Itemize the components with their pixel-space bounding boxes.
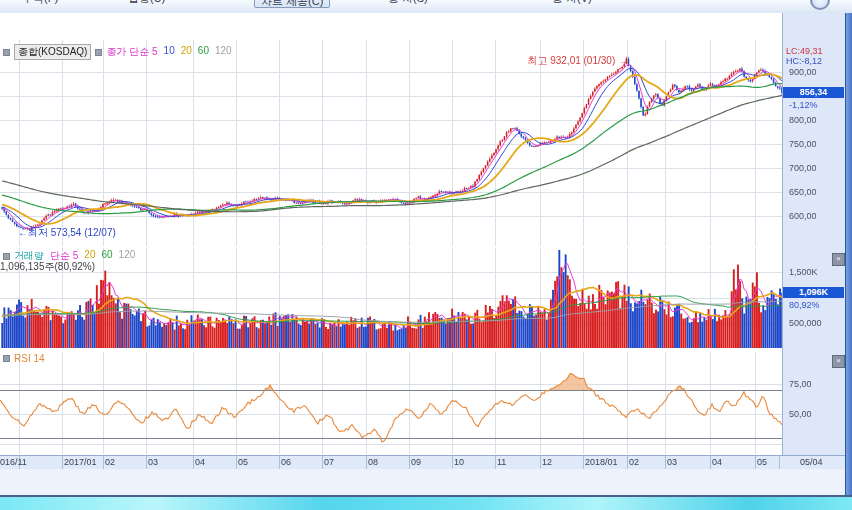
rsi-axis-tick-1: 50,00 [789, 409, 812, 419]
x-axis-tick [779, 456, 780, 469]
volume-axis-tick-0: 1,500K [789, 267, 818, 277]
bottom-blank-strip [0, 469, 852, 495]
window-edge-bar [0, 497, 852, 510]
x-axis-corner-date: 05/04 [800, 457, 823, 467]
price-axis-tick-5: 600,00 [789, 211, 817, 221]
x-axis-tick [103, 456, 104, 469]
toolbar-circle-icon[interactable] [810, 0, 830, 10]
x-axis-label-14: 02 [629, 457, 639, 467]
trading-app-window: 주식(F) 업종(U) 차트 제공(C) 봉 차(S) 봉 차(V) 종합(KO… [0, 0, 852, 510]
volume-axis-tick-1: 500,000 [789, 318, 822, 328]
legend-bullet-icon [95, 49, 102, 56]
x-axis-label-1: 2017/01 [64, 457, 97, 467]
low-annotation: ←최저 573,54 (12/07) [18, 226, 116, 240]
x-axis-tick [409, 456, 410, 469]
x-axis-label-4: 04 [195, 457, 205, 467]
current-volume-pct: 80,92% [789, 300, 820, 310]
price-legend-token-4: 120 [215, 45, 232, 59]
price-legend-token-1: 10 [164, 45, 175, 59]
x-axis-label-7: 07 [324, 457, 334, 467]
volume-panel-close-icon[interactable]: × [832, 253, 845, 266]
rsi-axis-tick-0: 75,00 [789, 379, 812, 389]
price-ma-legend: 종가 단순 5102060120 [106, 45, 231, 59]
x-axis-tick [366, 456, 367, 469]
toolbar-item-4[interactable]: 봉 차(S) [388, 0, 428, 6]
x-axis-tick [279, 456, 280, 469]
x-axis-tick [193, 456, 194, 469]
x-axis-tick [146, 456, 147, 469]
volume-summary: 1,096,135주(80,92%) [0, 260, 95, 274]
x-axis-label-10: 10 [454, 457, 464, 467]
x-axis-label-12: 12 [542, 457, 552, 467]
x-axis-label-0: 2016/11 [0, 457, 27, 467]
price-legend-token-2: 20 [181, 45, 192, 59]
current-price-pct: -1,12% [789, 100, 818, 110]
price-axis-tick-4: 650,00 [789, 187, 817, 197]
price-legend-token-0: 종가 단순 5 [106, 45, 157, 59]
vertical-scrollbar[interactable] [845, 13, 852, 495]
x-axis-label-11: 11 [497, 457, 506, 467]
price-legend-token-3: 60 [198, 45, 209, 59]
x-axis-strip: 2016/112017/0102030405060708091011122018… [0, 455, 845, 470]
x-axis-tick [495, 456, 496, 469]
x-axis-tick [755, 456, 756, 469]
rsi-panel-close-icon[interactable]: × [832, 355, 845, 368]
lc-value: LC:49,31 [786, 46, 823, 56]
x-axis-tick [322, 456, 323, 469]
toolbar-item-3-selected[interactable]: 차트 제공(C) [254, 0, 330, 8]
price-panel-header: 종합(KOSDAQ) 종가 단순 5102060120 [3, 44, 232, 60]
chart-area: 종합(KOSDAQ) 종가 단순 5102060120 최고 932,01 (0… [0, 13, 852, 497]
volume-legend-token-4: 120 [119, 249, 136, 263]
x-axis-label-17: 05 [757, 457, 767, 467]
current-price-badge: 856,34 [783, 87, 844, 98]
x-axis-tick [710, 456, 711, 469]
panel-bullet-icon [3, 355, 10, 362]
x-axis-tick [665, 456, 666, 469]
x-axis-label-5: 05 [238, 457, 248, 467]
toolbar-item-1[interactable]: 주식(F) [22, 0, 58, 6]
x-axis-tick [583, 456, 584, 469]
x-axis-tick [540, 456, 541, 469]
rsi-legend: RSI 14 [14, 353, 45, 364]
price-axis-tick-0: 900,00 [789, 67, 817, 77]
x-axis-label-16: 04 [712, 457, 722, 467]
rsi-panel-header: RSI 14 [3, 353, 45, 364]
price-axis-tick-1: 800,00 [789, 115, 817, 125]
rsi-legend-token-0: RSI 14 [14, 353, 45, 364]
x-axis-label-8: 08 [368, 457, 378, 467]
x-axis-label-6: 06 [281, 457, 291, 467]
x-axis-tick [452, 456, 453, 469]
top-toolbar: 주식(F) 업종(U) 차트 제공(C) 봉 차(S) 봉 차(V) [0, 0, 852, 14]
volume-legend-token-3: 60 [101, 249, 112, 263]
x-axis-tick [62, 456, 63, 469]
x-axis-label-9: 09 [411, 457, 421, 467]
x-axis-label-2: 02 [105, 457, 115, 467]
high-annotation: 최고 932,01 (01/30) → [498, 54, 628, 68]
series-selector-button[interactable]: 종합(KOSDAQ) [14, 44, 91, 60]
x-axis-tick [236, 456, 237, 469]
toolbar-item-5[interactable]: 봉 차(V) [552, 0, 592, 6]
x-axis-label-13: 2018/01 [585, 457, 618, 467]
panel-bullet-icon [3, 49, 10, 56]
current-volume-badge: 1,096K [783, 287, 844, 298]
price-axis-tick-2: 750,00 [789, 139, 817, 149]
panel-bullet-icon [3, 253, 10, 260]
toolbar-item-2[interactable]: 업종(U) [128, 0, 165, 6]
x-axis-tick [627, 456, 628, 469]
hc-value: HC:-8,12 [786, 56, 822, 66]
x-axis-label-15: 03 [667, 457, 677, 467]
x-axis-label-3: 03 [148, 457, 158, 467]
price-axis-tick-3: 700,00 [789, 163, 817, 173]
